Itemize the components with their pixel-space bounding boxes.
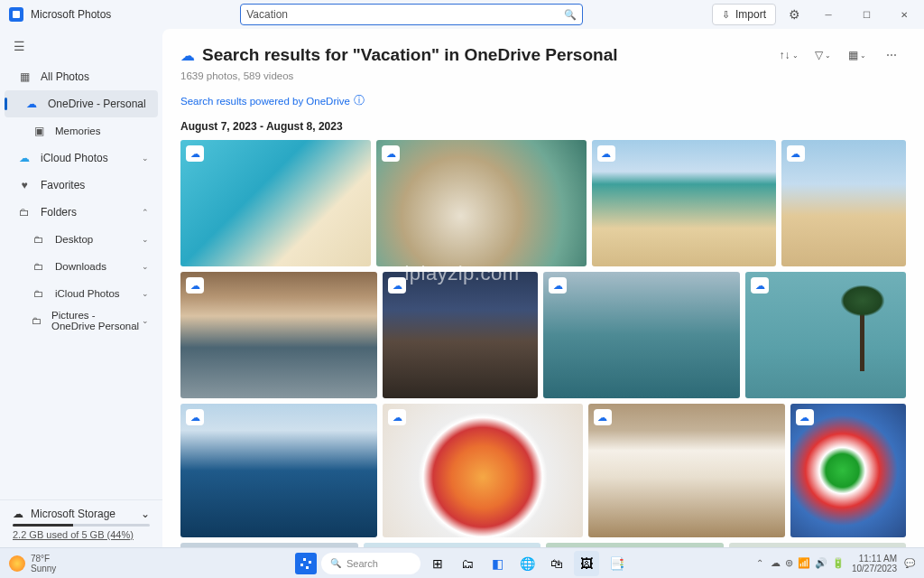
photo-thumb[interactable] xyxy=(180,140,371,266)
photo-thumb[interactable] xyxy=(376,140,587,266)
import-button[interactable]: Import xyxy=(712,4,776,25)
chevron-down-icon: ⌄ xyxy=(142,262,149,271)
wifi-icon[interactable]: 📶 xyxy=(798,557,810,569)
app-icon xyxy=(9,7,23,22)
photo-thumb[interactable] xyxy=(543,272,740,398)
chevron-down-icon: ⌄ xyxy=(142,289,149,298)
taskbar: 78°FSunny Search ⊞ 🗂 ◧ 🌐 🛍 🖼 📑 ⌃ ☁ ⊚ 📶 🔊… xyxy=(0,547,924,578)
search-icon[interactable]: 🔍 xyxy=(564,9,577,21)
sidebar-item-label: Downloads xyxy=(55,261,106,272)
cloud-badge-icon xyxy=(751,277,769,294)
settings-icon[interactable]: ⚙ xyxy=(781,2,807,27)
photo-thumb[interactable] xyxy=(781,140,906,266)
chevron-down-icon: ⌄ xyxy=(142,316,149,325)
cloud-badge-icon xyxy=(186,277,204,294)
chevron-up-icon[interactable]: ⌃ xyxy=(756,558,763,568)
sidebar-folder-desktop[interactable]: 🗀 Desktop ⌄ xyxy=(5,226,158,253)
search-input[interactable] xyxy=(246,8,564,21)
photo-grid xyxy=(180,140,906,547)
cloud-icon: ☁ xyxy=(13,508,23,520)
system-tray[interactable]: ☁ ⊚ 📶 🔊 🔋 xyxy=(771,557,845,569)
folder-icon: 🗀 xyxy=(32,234,46,245)
taskbar-weather[interactable]: 78°FSunny xyxy=(9,554,56,573)
page-title: Search results for "Vacation" in OneDriv… xyxy=(202,45,617,65)
sidebar-item-memories[interactable]: ▣ Memories xyxy=(5,117,158,144)
cloud-badge-icon xyxy=(186,409,204,425)
photo-thumb[interactable] xyxy=(745,272,906,398)
sidebar-item-label: Desktop xyxy=(55,234,93,245)
close-button[interactable]: ✕ xyxy=(888,2,920,27)
chevron-down-icon: ⌄ xyxy=(142,154,149,163)
sidebar-group-folders[interactable]: 🗀 Folders ⌃ xyxy=(5,199,158,226)
sidebar-item-favorites[interactable]: ♥ Favorites xyxy=(5,172,158,199)
hamburger-icon[interactable]: ☰ xyxy=(4,33,34,60)
sort-button[interactable]: ↑↓ ⌄ xyxy=(774,43,803,67)
photo-thumb[interactable] xyxy=(592,140,776,266)
cloud-icon: ☁ xyxy=(180,47,195,64)
search-box[interactable]: 🔍 xyxy=(240,4,583,25)
sidebar-item-all-photos[interactable]: ▦ All Photos xyxy=(5,63,158,90)
powered-by-link[interactable]: Search results powered by OneDriveⓘ xyxy=(180,94,906,107)
main-content: ☁ Search results for "Vacation" in OneDr… xyxy=(162,29,924,547)
volume-icon[interactable]: 🔊 xyxy=(815,557,827,569)
cloud-badge-icon xyxy=(787,145,805,162)
sidebar: ☰ ▦ All Photos ☁ OneDrive - Personal ▣ M… xyxy=(0,29,162,547)
sidebar-item-label: Memories xyxy=(55,126,100,136)
widgets-icon[interactable]: ◧ xyxy=(485,551,510,576)
taskbar-search[interactable]: Search xyxy=(321,553,420,574)
cloud-badge-icon xyxy=(388,409,406,425)
heart-icon: ♥ xyxy=(17,179,32,191)
folder-icon: 🗀 xyxy=(32,288,46,299)
photo-thumb[interactable] xyxy=(588,404,785,537)
photo-thumb[interactable] xyxy=(790,404,906,537)
photo-thumb[interactable] xyxy=(383,404,582,537)
filter-button[interactable]: ▽ ⌄ xyxy=(808,43,837,67)
maximize-button[interactable]: ☐ xyxy=(850,2,882,27)
task-view-icon[interactable]: ⊞ xyxy=(425,551,450,576)
result-counts: 1639 photos, 589 videos xyxy=(180,70,906,81)
chevron-up-icon: ⌃ xyxy=(142,208,149,217)
grid-icon: ▦ xyxy=(17,70,32,83)
explorer-icon[interactable]: 🗂 xyxy=(455,551,480,576)
network-icon[interactable]: ⊚ xyxy=(785,557,793,569)
storage-used[interactable]: 2.2 GB used of 5 GB (44%) xyxy=(13,529,150,540)
sidebar-item-label: iCloud Photos xyxy=(41,152,108,164)
sidebar-item-label: iCloud Photos xyxy=(55,288,120,299)
photo-thumb[interactable] xyxy=(383,272,538,398)
minimize-button[interactable]: ─ xyxy=(812,2,845,27)
sidebar-folder-icloud[interactable]: 🗀 iCloud Photos ⌄ xyxy=(5,280,158,307)
chevron-down-icon[interactable]: ⌄ xyxy=(141,508,150,520)
cloud-badge-icon xyxy=(597,145,615,162)
storage-panel: ☁ Microsoft Storage ⌄ 2.2 GB used of 5 G… xyxy=(0,499,162,547)
photo-thumb[interactable] xyxy=(180,404,377,537)
view-button[interactable]: ▦ ⌄ xyxy=(843,43,872,67)
notifications-icon[interactable]: 💬 xyxy=(904,558,915,568)
sidebar-item-icloud[interactable]: ☁ iCloud Photos ⌄ xyxy=(5,144,158,172)
battery-icon[interactable]: 🔋 xyxy=(832,557,845,569)
cloud-badge-icon xyxy=(594,409,612,425)
start-button[interactable] xyxy=(295,553,317,574)
store-icon[interactable]: 🛍 xyxy=(544,551,569,576)
taskbar-clock[interactable]: 11:11 AM10/27/2023 xyxy=(852,554,897,573)
storage-bar xyxy=(13,524,150,527)
sidebar-item-label: Pictures - OneDrive Personal xyxy=(51,310,142,331)
app-name: Microsoft Photos xyxy=(31,8,111,21)
more-button[interactable]: ⋯ xyxy=(877,43,906,67)
sidebar-item-label: OneDrive - Personal xyxy=(48,98,146,110)
onedrive-tray-icon[interactable]: ☁ xyxy=(771,557,781,569)
sidebar-item-onedrive[interactable]: ☁ OneDrive - Personal xyxy=(5,90,158,117)
sidebar-folder-pictures[interactable]: 🗀 Pictures - OneDrive Personal ⌄ xyxy=(5,307,158,334)
cloud-badge-icon xyxy=(186,145,204,162)
photo-thumb[interactable] xyxy=(180,272,377,398)
cloud-badge-icon xyxy=(796,409,814,425)
sidebar-folder-downloads[interactable]: 🗀 Downloads ⌄ xyxy=(5,253,158,280)
info-icon: ⓘ xyxy=(354,94,365,107)
folder-icon: 🗀 xyxy=(32,315,42,326)
app-icon[interactable]: 📑 xyxy=(604,551,629,576)
photos-icon[interactable]: 🖼 xyxy=(574,551,599,576)
cloud-icon: ☁ xyxy=(24,98,39,110)
sidebar-item-label: All Photos xyxy=(41,70,89,83)
sun-icon xyxy=(9,555,25,572)
edge-icon[interactable]: 🌐 xyxy=(514,551,540,576)
memories-icon: ▣ xyxy=(32,125,46,137)
